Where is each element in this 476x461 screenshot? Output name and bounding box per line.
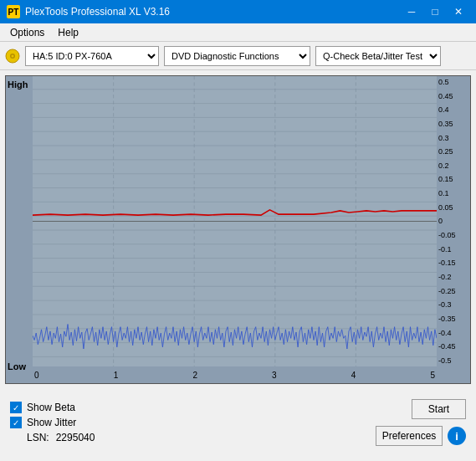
menu-help[interactable]: Help xyxy=(51,25,85,40)
bottom-label-4: 4 xyxy=(351,371,356,380)
chart-label-high: High xyxy=(8,79,28,90)
minimize-button[interactable]: ─ xyxy=(401,3,422,20)
bottom-panel: ✓ Show Beta ✓ Show Jitter LSN: 2295040 S… xyxy=(5,389,471,456)
chart-svg xyxy=(33,76,437,366)
svg-point-2 xyxy=(12,54,14,57)
bottom-label-3: 3 xyxy=(272,371,277,380)
chart-label-low: Low xyxy=(8,361,26,371)
axis-label-035: 0.35 xyxy=(438,120,468,128)
axis-label-n02: -0.2 xyxy=(438,273,468,281)
bottom-label-0: 0 xyxy=(34,371,39,380)
axis-label-04: 0.4 xyxy=(438,105,468,114)
lsn-label: LSN: xyxy=(27,432,49,443)
axis-label-n025: -0.25 xyxy=(438,287,468,295)
show-beta-label: Show Beta xyxy=(27,402,75,413)
test-select[interactable]: Q-Check Beta/Jitter Test xyxy=(315,46,441,66)
title-bar: PT PlexTools Professional XL V3.16 ─ □ ✕ xyxy=(0,0,476,23)
lsn-area: LSN: 2295040 xyxy=(27,432,95,443)
toolbar: HA:5 ID:0 PX-760A DVD Diagnostic Functio… xyxy=(0,42,476,70)
menu-options[interactable]: Options xyxy=(3,25,51,40)
axis-label-n03: -0.3 xyxy=(438,300,468,309)
right-controls: Start Preferences i xyxy=(376,399,466,446)
info-icon[interactable]: i xyxy=(448,427,466,445)
drive-icon xyxy=(5,49,20,64)
bottom-label-2: 2 xyxy=(192,371,197,380)
axis-label-05: 0.5 xyxy=(438,78,468,86)
lsn-value: 2295040 xyxy=(56,432,95,443)
app-icon: PT xyxy=(7,5,20,18)
axis-label-03: 0.3 xyxy=(438,134,468,142)
checkboxes: ✓ Show Beta ✓ Show Jitter xyxy=(10,402,95,428)
show-beta-row: ✓ Show Beta xyxy=(10,402,95,413)
main-content: High Low xyxy=(0,70,476,461)
axis-label-n04: -0.4 xyxy=(438,329,468,337)
axis-label-n045: -0.45 xyxy=(438,342,468,351)
axis-label-01: 0.1 xyxy=(438,189,468,197)
axis-label-n015: -0.15 xyxy=(438,259,468,267)
axis-label-045: 0.45 xyxy=(438,92,468,100)
axis-label-n05: -0.5 xyxy=(438,356,468,365)
axis-label-005: 0.05 xyxy=(438,203,468,212)
bottom-axis: 0 1 2 3 4 5 xyxy=(33,366,437,383)
axis-label-025: 0.25 xyxy=(438,147,468,156)
axis-label-015: 0.15 xyxy=(438,175,468,183)
close-button[interactable]: ✕ xyxy=(448,3,469,20)
show-jitter-checkbox[interactable]: ✓ xyxy=(10,417,22,428)
menu-bar: Options Help xyxy=(0,23,476,42)
bottom-label-1: 1 xyxy=(114,371,119,380)
axis-label-n035: -0.35 xyxy=(438,315,468,323)
show-beta-checkbox[interactable]: ✓ xyxy=(10,402,22,413)
preferences-button[interactable]: Preferences xyxy=(376,426,443,446)
function-select[interactable]: DVD Diagnostic Functions xyxy=(164,46,310,66)
window-controls: ─ □ ✕ xyxy=(401,3,469,20)
chart-canvas xyxy=(33,76,437,366)
maximize-button[interactable]: □ xyxy=(424,3,446,20)
right-axis: 0.5 0.45 0.4 0.35 0.3 0.25 0.2 0.15 0.1 … xyxy=(437,76,470,366)
chart-area: High Low xyxy=(5,75,471,384)
show-jitter-row: ✓ Show Jitter xyxy=(10,417,95,428)
axis-label-n01: -0.1 xyxy=(438,245,468,254)
app-title: PlexTools Professional XL V3.16 xyxy=(25,6,170,18)
start-button[interactable]: Start xyxy=(412,399,466,419)
axis-label-02: 0.2 xyxy=(438,161,468,170)
axis-label-0: 0 xyxy=(438,217,468,225)
pref-row: Preferences i xyxy=(376,426,466,446)
bottom-label-5: 5 xyxy=(430,371,435,380)
show-jitter-label: Show Jitter xyxy=(27,417,76,428)
axis-label-n005: -0.05 xyxy=(438,231,468,239)
drive-select[interactable]: HA:5 ID:0 PX-760A xyxy=(25,46,159,66)
